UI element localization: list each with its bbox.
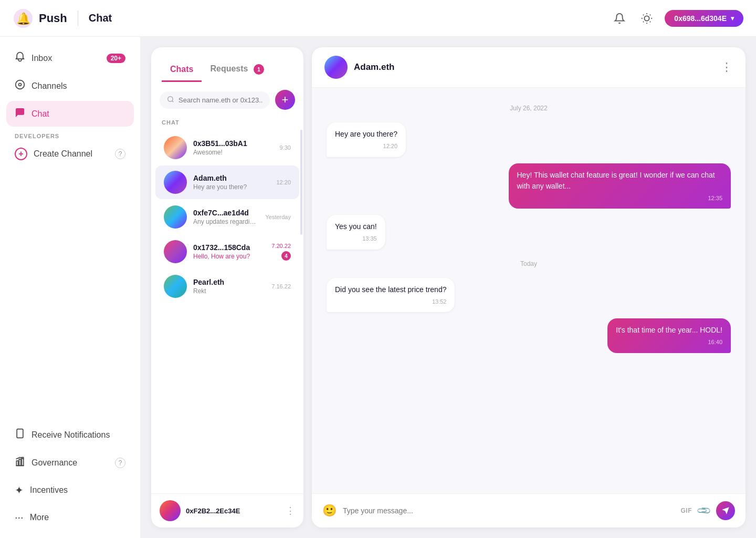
avatar	[164, 205, 187, 229]
wallet-button[interactable]: 0x698...6d304E ▾	[665, 10, 743, 27]
list-item[interactable]: Adam.eth Hey are you there? 12:20	[155, 165, 299, 199]
chat-item-preview: Rekt	[193, 287, 265, 295]
sidebar-item-chat[interactable]: Chat	[6, 101, 134, 127]
list-item[interactable]: 0x3B51...03bA1 Awesome! 9:30	[155, 131, 299, 164]
chat-item-preview: Hello, How are you?	[193, 253, 265, 260]
avatar	[164, 171, 187, 194]
svg-point-11	[16, 80, 25, 89]
chat-item-preview: Awesome!	[193, 149, 274, 156]
channels-icon	[15, 79, 25, 92]
message-row: Did you see the latest price trend? 13:5…	[327, 278, 731, 313]
sidebar-item-governance[interactable]: Governance ?	[6, 450, 134, 475]
tab-chats[interactable]: Chats	[162, 58, 202, 82]
avatar	[164, 275, 187, 298]
chat-window: Adam.eth ⋮ July 26, 2022 Hey are you the…	[312, 47, 746, 527]
attach-button[interactable]: 📎	[696, 502, 712, 519]
message-time: 12:20	[335, 142, 397, 151]
message-text: It's that time of the year... HODL!	[616, 326, 722, 334]
message-text: Hey! This wallet chat feature is great! …	[517, 171, 715, 190]
message-input[interactable]	[343, 506, 675, 515]
chat-more-options-button[interactable]: ⋮	[721, 60, 733, 74]
message-bubble: Hey are you there? 12:20	[327, 122, 406, 157]
chat-contact-name: Adam.eth	[354, 62, 715, 73]
sidebar-bottom: Receive Notifications Governance ? ✦	[0, 422, 140, 530]
svg-rect-17	[19, 459, 20, 466]
date-divider-today: Today	[327, 260, 731, 267]
sidebar-item-incentives[interactable]: ✦ Incentives	[6, 478, 134, 503]
search-input[interactable]	[178, 96, 262, 104]
chat-item-time: 9:30	[280, 144, 291, 151]
chat-item-name: 0xfe7C...ae1d4d	[193, 209, 259, 217]
bottom-chat-name: 0xF2B2...2Ec34E	[186, 507, 280, 515]
sidebar-item-channels[interactable]: Channels	[6, 73, 134, 99]
message-bubble: Hey! This wallet chat feature is great! …	[509, 163, 731, 209]
unread-badge: 4	[281, 251, 291, 261]
message-bubble: It's that time of the year... HODL! 16:4…	[607, 318, 731, 353]
message-bubble: Yes you can! 13:35	[327, 215, 385, 250]
incentives-label: Incentives	[30, 485, 68, 495]
governance-icon	[15, 456, 25, 469]
requests-badge: 1	[254, 64, 264, 75]
create-channel-label: Create Channel	[34, 149, 92, 159]
chat-header-avatar	[324, 56, 348, 79]
create-channel-item[interactable]: + Create Channel ?	[6, 141, 134, 167]
create-channel-icon: +	[15, 148, 27, 160]
list-item[interactable]: 0x1732...158Cda Hello, How are you? 7.20…	[155, 235, 299, 268]
create-channel-help-icon[interactable]: ?	[115, 149, 125, 159]
gif-button[interactable]: GIF	[681, 507, 692, 514]
theme-toggle-btn[interactable]	[637, 9, 656, 28]
message-row: Yes you can! 13:35	[327, 215, 731, 250]
tab-requests[interactable]: Requests 1	[202, 58, 272, 82]
svg-point-12	[19, 84, 22, 86]
message-row: It's that time of the year... HODL! 16:4…	[327, 318, 731, 353]
notification-icon-btn[interactable]	[610, 9, 629, 28]
chat-messages: July 26, 2022 Hey are you there? 12:20 H…	[312, 88, 746, 493]
chat-item-time: Yesterday	[265, 214, 291, 220]
topbar-page-title: Chat	[89, 12, 112, 24]
inbox-badge: 20+	[107, 54, 125, 63]
sidebar: Inbox 20+ Channels Chat	[0, 37, 141, 538]
logo-text: Push	[39, 12, 67, 25]
bottom-avatar	[160, 500, 181, 521]
chat-bottom-item[interactable]: 0xF2B2...2Ec34E ⋮	[151, 493, 303, 527]
emoji-button[interactable]: 🙂	[322, 504, 337, 518]
bottom-more-button[interactable]: ⋮	[286, 505, 295, 516]
logo[interactable]: 🔔 Push	[13, 8, 67, 29]
new-chat-button[interactable]: +	[275, 90, 295, 110]
developers-section-label: DEVELOPERS	[0, 127, 140, 141]
more-label: More	[30, 513, 49, 522]
avatar	[164, 136, 187, 159]
message-time: 13:52	[335, 297, 446, 306]
chat-item-name: 0x1732...158Cda	[193, 243, 265, 252]
chat-item-name: Pearl.eth	[193, 278, 265, 286]
chat-item-name: 0x3B51...03bA1	[193, 139, 274, 148]
topbar: 🔔 Push Chat 0x698.	[0, 0, 756, 37]
svg-rect-16	[16, 461, 18, 465]
list-item[interactable]: Pearl.eth Rekt 7.16.22	[155, 270, 299, 303]
message-bubble: Did you see the latest price trend? 13:5…	[327, 278, 455, 313]
sidebar-item-receive-notifications[interactable]: Receive Notifications	[6, 422, 134, 448]
message-text: Did you see the latest price trend?	[335, 285, 446, 294]
sidebar-item-more[interactable]: ··· More	[6, 505, 134, 530]
main-layout: Inbox 20+ Channels Chat	[0, 37, 756, 538]
chat-search-row: +	[151, 82, 303, 117]
svg-line-20	[172, 100, 174, 102]
chat-search-box[interactable]	[160, 91, 270, 109]
inbox-label: Inbox	[32, 54, 52, 63]
chat-item-time: 7.20.22	[271, 243, 291, 249]
incentives-icon: ✦	[15, 484, 24, 496]
send-button[interactable]	[716, 501, 735, 520]
inbox-icon	[15, 51, 25, 65]
svg-line-9	[643, 21, 644, 22]
svg-text:🔔: 🔔	[16, 11, 31, 25]
chat-input-bar: 🙂 GIF 📎	[312, 493, 746, 527]
chat-item-preview: Any updates regarding this?	[193, 218, 259, 225]
chat-icon	[15, 107, 25, 120]
list-item[interactable]: 0xfe7C...ae1d4d Any updates regarding th…	[155, 200, 299, 234]
governance-help-icon[interactable]: ?	[115, 458, 125, 468]
sidebar-item-inbox[interactable]: Inbox 20+	[6, 45, 134, 71]
chat-list: 0x3B51...03bA1 Awesome! 9:30 Adam.eth He…	[151, 130, 303, 493]
governance-label: Governance	[32, 458, 77, 468]
chat-item-time: 12:20	[276, 179, 291, 185]
chat-list-panel: Chats Requests 1 + C	[151, 47, 303, 527]
